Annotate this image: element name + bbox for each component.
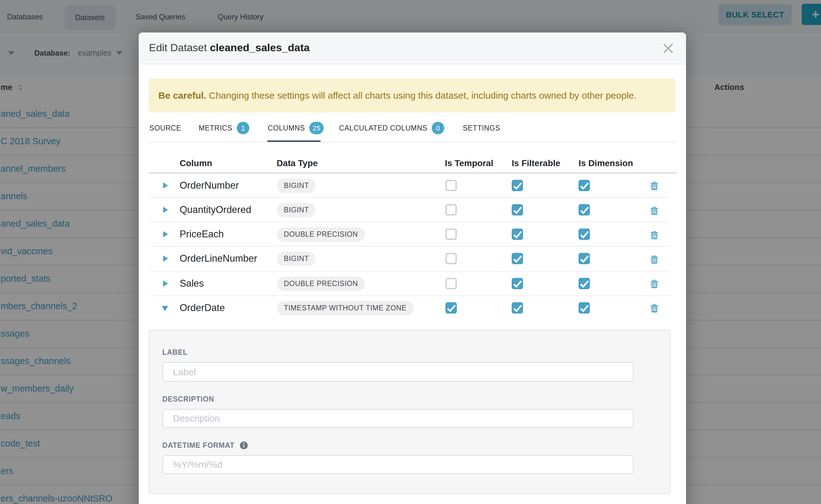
is-dimension-checkbox[interactable] bbox=[579, 180, 590, 191]
column-name: PriceEach bbox=[180, 222, 224, 246]
is-filterable-checkbox[interactable] bbox=[512, 253, 523, 264]
is-temporal-checkbox[interactable] bbox=[446, 302, 457, 314]
expand-caret-icon[interactable] bbox=[163, 231, 168, 237]
column-row: QuantityOrderedBIGINT bbox=[149, 198, 669, 222]
warning-text: Changing these settings will affect all … bbox=[206, 90, 636, 101]
modal-title: Edit Dataset cleaned_sales_data bbox=[149, 32, 309, 64]
tab-label: METRICS bbox=[199, 124, 232, 132]
is-dimension-checkbox[interactable] bbox=[579, 253, 590, 264]
is-dimension-checkbox[interactable] bbox=[579, 204, 590, 215]
is-dimension-checkbox[interactable] bbox=[579, 278, 590, 289]
column-row: SalesDOUBLE PRECISION bbox=[149, 271, 669, 296]
modal-title-dataset-name: cleaned_sales_data bbox=[210, 42, 309, 54]
column-row: OrderNumberBIGINT bbox=[149, 174, 669, 198]
delete-column-icon[interactable] bbox=[650, 279, 658, 288]
is-temporal-checkbox[interactable] bbox=[446, 278, 457, 289]
expand-caret-icon[interactable] bbox=[163, 207, 168, 213]
warning-lead: Be careful. bbox=[158, 90, 206, 101]
is-filterable-checkbox[interactable] bbox=[512, 180, 523, 191]
modal-header: Edit Dataset cleaned_sales_data bbox=[138, 32, 686, 64]
is-filterable-checkbox[interactable] bbox=[512, 229, 523, 240]
is-dimension-checkbox[interactable] bbox=[579, 229, 590, 240]
data-type-pill: BIGINT bbox=[277, 252, 316, 266]
description-field-label: DESCRIPTION bbox=[162, 395, 214, 403]
tabs-divider bbox=[149, 142, 676, 143]
label-input[interactable] bbox=[162, 362, 634, 381]
close-icon[interactable] bbox=[663, 43, 674, 53]
expand-caret-icon[interactable] bbox=[163, 256, 168, 262]
column-name: OrderLineNumber bbox=[180, 247, 257, 271]
data-type-pill: BIGINT bbox=[277, 203, 316, 217]
delete-column-icon[interactable] bbox=[650, 304, 658, 313]
modal-tabs: SOURCEMETRICS1COLUMNS25CALCULATED COLUMN… bbox=[138, 117, 686, 142]
description-input[interactable] bbox=[162, 409, 634, 428]
col-header-is-temporal: Is Temporal bbox=[445, 156, 493, 170]
datetime-format-input[interactable] bbox=[162, 455, 634, 474]
is-temporal-checkbox[interactable] bbox=[446, 253, 457, 264]
col-header-is-dimension: Is Dimension bbox=[579, 156, 633, 170]
data-type-pill: TIMESTAMP WITHOUT TIME ZONE bbox=[277, 301, 414, 315]
data-type-pill: DOUBLE PRECISION bbox=[277, 276, 365, 291]
data-type-pill: DOUBLE PRECISION bbox=[277, 227, 365, 242]
column-row: OrderLineNumberBIGINT bbox=[149, 247, 669, 271]
app-root: Databases Datasets Saved Queries Query H… bbox=[0, 0, 821, 504]
tab-calculated-columns[interactable]: CALCULATED COLUMNS0 bbox=[339, 117, 444, 139]
info-icon[interactable] bbox=[240, 440, 248, 448]
datetime-format-field-label: DATETIME FORMAT bbox=[162, 441, 235, 449]
delete-column-icon[interactable] bbox=[650, 206, 658, 215]
data-type-pill: BIGINT bbox=[277, 179, 316, 193]
col-header-data-type: Data Type bbox=[276, 156, 318, 170]
column-row: PriceEachDOUBLE PRECISION bbox=[149, 222, 669, 247]
is-temporal-checkbox[interactable] bbox=[446, 180, 457, 191]
delete-column-icon[interactable] bbox=[650, 230, 658, 239]
tab-columns[interactable]: COLUMNS25 bbox=[268, 117, 324, 139]
warning-banner: Be careful. Changing these settings will… bbox=[149, 79, 675, 112]
tab-label: COLUMNS bbox=[268, 124, 305, 132]
modal-title-prefix: Edit Dataset bbox=[149, 42, 207, 54]
tab-count-badge: 0 bbox=[432, 122, 445, 135]
col-header-column: Column bbox=[180, 156, 212, 170]
is-temporal-checkbox[interactable] bbox=[446, 229, 457, 240]
column-row: OrderDateTIMESTAMP WITHOUT TIME ZONE bbox=[149, 296, 669, 320]
tab-source[interactable]: SOURCE bbox=[149, 117, 181, 139]
expand-caret-icon[interactable] bbox=[163, 182, 168, 189]
is-filterable-checkbox[interactable] bbox=[512, 302, 523, 314]
tab-count-badge: 1 bbox=[237, 122, 250, 135]
is-filterable-checkbox[interactable] bbox=[512, 204, 523, 215]
tab-metrics[interactable]: METRICS1 bbox=[199, 117, 250, 139]
tab-settings[interactable]: SETTINGS bbox=[463, 117, 500, 139]
delete-column-icon[interactable] bbox=[650, 255, 658, 264]
delete-column-icon[interactable] bbox=[650, 182, 658, 190]
collapse-caret-icon[interactable] bbox=[162, 306, 168, 311]
is-dimension-checkbox[interactable] bbox=[579, 302, 590, 314]
edit-dataset-modal: Edit Dataset cleaned_sales_data Be caref… bbox=[138, 32, 686, 504]
column-name: OrderNumber bbox=[180, 174, 239, 197]
column-name: QuantityOrdered bbox=[180, 198, 251, 222]
tab-label: SETTINGS bbox=[463, 124, 500, 132]
label-field-label: LABEL bbox=[162, 348, 188, 357]
tab-label: CALCULATED COLUMNS bbox=[339, 124, 428, 132]
is-filterable-checkbox[interactable] bbox=[512, 278, 523, 289]
col-header-is-filterable: Is Filterable bbox=[512, 156, 561, 170]
column-name: Sales bbox=[180, 271, 204, 295]
column-name: OrderDate bbox=[180, 296, 225, 320]
column-expanded-panel: LABEL DESCRIPTION DATETIME FORMAT bbox=[149, 329, 670, 494]
tab-count-badge: 25 bbox=[309, 122, 324, 135]
tab-label: SOURCE bbox=[149, 124, 181, 132]
is-temporal-checkbox[interactable] bbox=[446, 204, 457, 215]
expand-caret-icon[interactable] bbox=[163, 280, 168, 286]
